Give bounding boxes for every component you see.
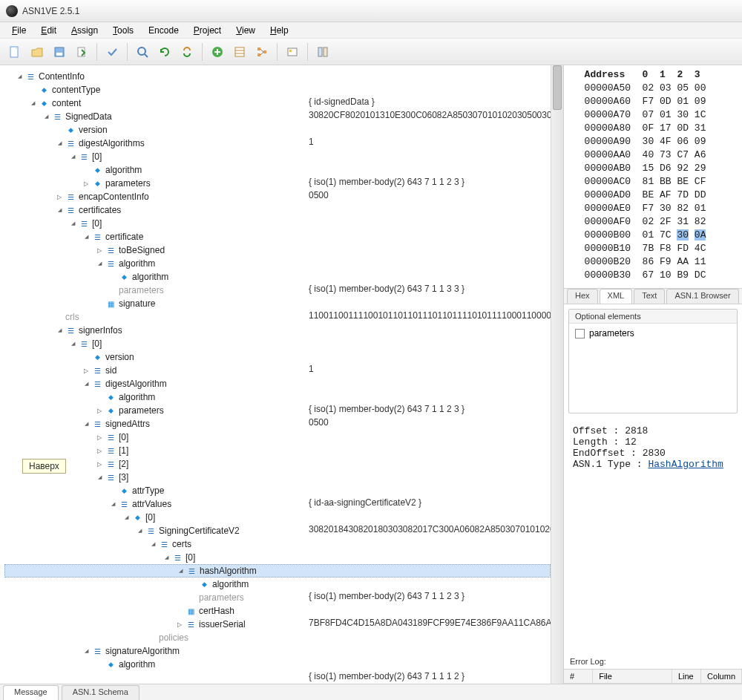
- tree-node[interactable]: digestAlgorithm: [4, 377, 551, 390]
- tree-icon[interactable]: [252, 42, 272, 62]
- tree-node[interactable]: algorithm: [4, 257, 551, 270]
- tree-node[interactable]: signatureAlgorithm: [4, 644, 551, 658]
- tree-node[interactable]: issuerSerial: [4, 618, 551, 631]
- add-icon[interactable]: [207, 42, 228, 62]
- expander-icon[interactable]: [95, 459, 104, 468]
- hex-row[interactable]: 00000A80 0F 17 0D 31: [573, 122, 742, 135]
- tree-node[interactable]: certs: [4, 537, 551, 551]
- tree-node[interactable]: certificate: [4, 230, 551, 243]
- tree-node[interactable]: sid: [4, 364, 551, 377]
- hex-row[interactable]: 00000B10 7B F8 FD 4C: [573, 242, 742, 255]
- hex-row[interactable]: 00000A90 30 4F 06 09: [573, 135, 742, 148]
- errlog-col-file[interactable]: File: [593, 670, 672, 683]
- menu-project[interactable]: Project: [188, 24, 227, 37]
- sync-icon[interactable]: [177, 42, 197, 62]
- tree-node[interactable]: SigningCertificateV2: [4, 524, 551, 537]
- hex-row[interactable]: 00000AA0 40 73 C7 A6: [573, 148, 742, 162]
- parameters-checkbox[interactable]: [575, 329, 585, 338]
- config-icon[interactable]: [282, 42, 303, 62]
- expander-icon[interactable]: [175, 620, 184, 629]
- expander-icon[interactable]: [95, 246, 104, 255]
- errlog-col-number[interactable]: #: [564, 670, 593, 683]
- expander-icon[interactable]: [82, 179, 91, 188]
- errlog-col-line[interactable]: Line: [672, 670, 701, 683]
- expander-icon[interactable]: [68, 152, 77, 161]
- tree-node[interactable]: parameters: [4, 404, 551, 417]
- tree-node[interactable]: algorithm: [4, 390, 551, 404]
- tree-node[interactable]: signedAttrs: [4, 417, 551, 431]
- expander-icon[interactable]: [68, 339, 77, 348]
- tree-node[interactable]: policies: [4, 631, 551, 644]
- refresh-icon[interactable]: [154, 42, 175, 62]
- expander-icon[interactable]: [82, 366, 91, 375]
- tree-node[interactable]: [2]: [4, 457, 551, 471]
- tree-node[interactable]: attrValues: [4, 497, 551, 511]
- tab-message[interactable]: Message: [3, 685, 59, 700]
- tree-node[interactable]: [0]: [4, 511, 551, 524]
- tree-node[interactable]: certificates: [4, 203, 551, 217]
- expander-icon[interactable]: [95, 446, 104, 455]
- menu-file[interactable]: File: [6, 24, 32, 37]
- tree-node[interactable]: encapContentInfo: [4, 190, 551, 203]
- layout-icon[interactable]: [312, 42, 333, 62]
- hex-row[interactable]: 00000B30 67 10 B9 DC: [573, 269, 742, 282]
- menu-edit[interactable]: Edit: [35, 24, 62, 37]
- asn1type-link[interactable]: HashAlgorithm: [648, 459, 723, 470]
- hex-row[interactable]: 00000AC0 81 BB BE CF: [573, 175, 742, 189]
- expander-icon[interactable]: [95, 433, 104, 442]
- expander-icon[interactable]: [42, 112, 50, 121]
- tree-scroll[interactable]: ContentInfocontentType{ id-signedData }c…: [0, 65, 551, 684]
- grid-icon[interactable]: [229, 42, 250, 62]
- tab-asn1-schema[interactable]: ASN.1 Schema: [62, 685, 139, 700]
- tab-xml[interactable]: XML: [600, 289, 633, 304]
- tree-node[interactable]: crls: [4, 310, 551, 324]
- expander-icon[interactable]: [82, 379, 91, 388]
- tree-node[interactable]: signerInfos: [4, 324, 551, 337]
- tree-node[interactable]: SignedData: [4, 110, 551, 123]
- menu-encode[interactable]: Encode: [142, 24, 185, 37]
- hex-row[interactable]: 00000AD0 BE AF 7D DD: [573, 189, 742, 202]
- tree-node[interactable]: attrType: [4, 484, 551, 497]
- tree-node[interactable]: [0]: [4, 551, 551, 564]
- tree-node[interactable]: algorithm: [4, 163, 551, 177]
- expander-icon[interactable]: [82, 232, 91, 241]
- tree-node[interactable]: [1]: [4, 444, 551, 457]
- expander-icon[interactable]: [68, 219, 77, 228]
- expander-icon[interactable]: [82, 419, 91, 428]
- tree-node[interactable]: toBeSigned: [4, 243, 551, 257]
- expander-icon[interactable]: [162, 553, 171, 562]
- menu-help[interactable]: Help: [264, 24, 295, 37]
- tree-node[interactable]: parameters: [4, 591, 551, 604]
- tree-node[interactable]: [0]: [4, 431, 551, 444]
- tree-node[interactable]: algorithm: [4, 658, 551, 671]
- tree-node[interactable]: algorithm: [4, 578, 551, 591]
- search-icon[interactable]: [132, 42, 153, 62]
- expander-icon[interactable]: [122, 513, 131, 522]
- tree-node[interactable]: content: [4, 97, 551, 110]
- expander-icon[interactable]: [135, 526, 144, 535]
- tree-node[interactable]: contentType: [4, 83, 551, 97]
- tree-node[interactable]: ContentInfo: [4, 70, 551, 83]
- expander-icon[interactable]: [28, 99, 37, 108]
- hex-view[interactable]: Address 0 1 2 3 00000A50 02 03 05 00 000…: [564, 65, 742, 288]
- menu-view[interactable]: View: [230, 24, 261, 37]
- export-icon[interactable]: [71, 42, 92, 62]
- tree-node[interactable]: signature: [4, 297, 551, 310]
- tree-node[interactable]: certHash: [4, 604, 551, 618]
- expander-icon[interactable]: [55, 206, 64, 215]
- tab-asn1-browser[interactable]: ASN.1 Browser: [666, 289, 738, 304]
- hex-row[interactable]: 00000B20 86 F9 AA 11: [573, 255, 742, 269]
- expander-icon[interactable]: [95, 473, 104, 482]
- hex-row[interactable]: 00000B00 01 7C 30 0A: [573, 229, 742, 242]
- tree-node[interactable]: [0]: [4, 337, 551, 350]
- tree-node[interactable]: digestAlgorithms: [4, 137, 551, 150]
- tree-node[interactable]: parameters: [4, 177, 551, 190]
- tab-hex[interactable]: Hex: [567, 289, 598, 304]
- expander-icon[interactable]: [15, 72, 24, 81]
- expander-icon[interactable]: [95, 259, 104, 268]
- hex-row[interactable]: 00000AF0 02 2F 31 82: [573, 215, 742, 229]
- errlog-col-column[interactable]: Column: [701, 670, 742, 683]
- hex-row[interactable]: 00000A70 07 01 30 1C: [573, 108, 742, 122]
- tree-node[interactable]: algorithm: [4, 270, 551, 284]
- expander-icon[interactable]: [176, 566, 185, 575]
